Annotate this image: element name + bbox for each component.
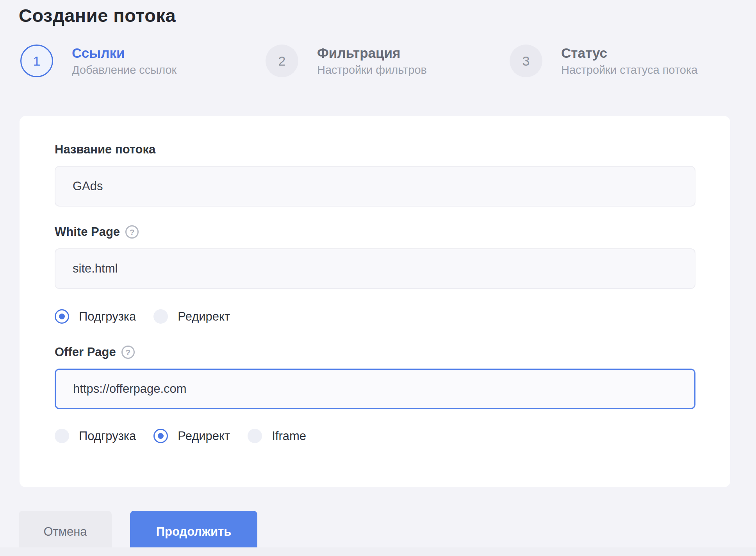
step-3-subtitle: Настройки статуса потока <box>561 63 697 77</box>
white-page-radio-redirect[interactable]: Редирект <box>153 309 230 324</box>
radio-selected-icon <box>55 309 69 324</box>
offer-page-radio-iframe[interactable]: Iframe <box>248 429 306 443</box>
offer-page-mode-radio-group: Подгрузка Редирект Iframe <box>55 429 695 443</box>
step-1-subtitle: Добавление ссылок <box>72 63 177 77</box>
form-card: Название потока White Page ? Подгрузка Р… <box>20 116 730 487</box>
flow-name-input[interactable] <box>55 166 695 207</box>
radio-unselected-icon <box>248 429 262 443</box>
radio-selected-icon <box>153 429 168 443</box>
white-page-input[interactable] <box>55 248 695 289</box>
step-1-label: Ссылки <box>72 45 177 61</box>
radio-unselected-icon <box>55 429 69 443</box>
step-status[interactable]: 3 Статус Настройки статуса потока <box>510 45 697 77</box>
cancel-button[interactable]: Отмена <box>19 511 112 553</box>
radio-label: Редирект <box>178 310 230 324</box>
stepper: 1 Ссылки Добавление ссылок 2 Фильтрация … <box>20 45 697 77</box>
radio-label: Iframe <box>272 429 306 443</box>
step-3-label: Статус <box>561 45 697 61</box>
step-2-label: Фильтрация <box>317 45 427 61</box>
radio-label: Подгрузка <box>79 429 136 443</box>
offer-page-input[interactable] <box>55 369 695 409</box>
step-filtering[interactable]: 2 Фильтрация Настройки фильтров <box>266 45 510 77</box>
radio-label: Редирект <box>178 429 230 443</box>
step-1-number-badge: 1 <box>20 45 53 77</box>
offer-page-radio-redirect[interactable]: Редирект <box>153 429 230 443</box>
offer-page-label: Offer Page ? <box>55 346 695 359</box>
flow-name-label-text: Название потока <box>55 143 155 156</box>
white-page-help-icon[interactable]: ? <box>125 225 139 239</box>
page-title: Создание потока <box>19 5 176 26</box>
radio-unselected-icon <box>153 309 168 324</box>
flow-name-label: Название потока <box>55 143 695 156</box>
radio-label: Подгрузка <box>79 310 136 324</box>
step-3-number-badge: 3 <box>510 45 542 77</box>
continue-button[interactable]: Продолжить <box>130 511 257 553</box>
offer-page-radio-podgruzka[interactable]: Подгрузка <box>55 429 136 443</box>
white-page-label: White Page ? <box>55 225 695 239</box>
offer-page-label-text: Offer Page <box>55 346 116 359</box>
white-page-label-text: White Page <box>55 225 120 239</box>
step-2-subtitle: Настройки фильтров <box>317 63 427 77</box>
bottom-divider <box>0 547 756 556</box>
step-2-number-badge: 2 <box>266 45 298 77</box>
step-links[interactable]: 1 Ссылки Добавление ссылок <box>20 45 266 77</box>
action-bar: Отмена Продолжить <box>19 511 257 553</box>
offer-page-help-icon[interactable]: ? <box>121 346 135 359</box>
white-page-mode-radio-group: Подгрузка Редирект <box>55 309 695 324</box>
white-page-radio-podgruzka[interactable]: Подгрузка <box>55 309 136 324</box>
